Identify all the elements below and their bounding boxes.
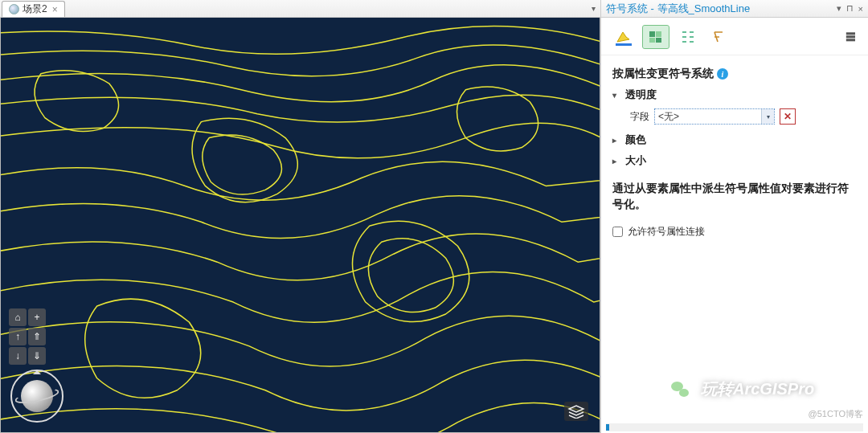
- nav-up-button[interactable]: ⇑: [28, 328, 46, 345]
- transparency-expander[interactable]: ▾ 透明度: [612, 88, 857, 102]
- compass-navigator[interactable]: [9, 368, 65, 424]
- map-3d-view[interactable]: ⌂ + ↑ ⇑ ↓ ⇓: [0, 18, 600, 433]
- primary-symbology-button[interactable]: [611, 26, 637, 48]
- basemap-button[interactable]: [564, 402, 588, 421]
- pin-icon[interactable]: ⊓: [846, 3, 854, 14]
- svg-rect-2: [649, 38, 655, 43]
- advanced-options-button[interactable]: [707, 26, 733, 48]
- menu-icon[interactable]: ━━━: [843, 29, 858, 45]
- chevron-right-icon: ▸: [612, 136, 620, 145]
- nav-north-button[interactable]: ↑: [9, 328, 27, 345]
- size-expander[interactable]: ▸ 大小: [612, 153, 857, 168]
- panel-title: 符号系统 - 等高线_SmoothLine: [606, 2, 750, 16]
- symbology-mode-toolbar: ━━━: [601, 18, 868, 55]
- chevron-down-icon: ▾: [612, 91, 620, 100]
- section-title: 按属性变更符号系统 i: [612, 67, 857, 81]
- navigation-controls: ⌂ + ↑ ⇑ ↓ ⇓: [9, 308, 65, 424]
- allow-connection-checkbox[interactable]: [612, 227, 623, 237]
- nav-south-button[interactable]: ↓: [9, 347, 27, 365]
- allow-connection-checkbox-row: 允许符号属性连接: [612, 225, 857, 239]
- panel-dropdown-icon[interactable]: ▾: [837, 3, 841, 14]
- svg-rect-0: [649, 31, 655, 37]
- color-expander[interactable]: ▸ 颜色: [612, 133, 857, 147]
- tab-dropdown-icon[interactable]: ▾: [592, 4, 596, 13]
- symbol-layers-button[interactable]: [675, 26, 701, 48]
- close-icon[interactable]: ×: [52, 4, 58, 15]
- close-icon[interactable]: ×: [858, 4, 863, 14]
- field-label: 字段: [630, 110, 649, 124]
- horizontal-scrollbar[interactable]: [606, 423, 863, 431]
- chevron-right-icon: ▸: [612, 157, 620, 165]
- nav-zoom-in-button[interactable]: +: [28, 308, 46, 326]
- nav-home-button[interactable]: ⌂: [9, 308, 27, 326]
- panel-body: 按属性变更符号系统 i ▾ 透明度 字段 <无> ▾ ✕ ▸ 颜色 ▸ 大小 通…: [601, 55, 868, 433]
- chevron-down-icon: ▾: [761, 109, 774, 124]
- checkbox-label: 允许符号属性连接: [628, 225, 705, 239]
- view-tab-bar: 场景2 × ▾: [0, 0, 600, 18]
- scene-tab[interactable]: 场景2 ×: [2, 1, 65, 17]
- description-text: 通过从要素属性中派生符号属性值对要素进行符号化。: [612, 181, 857, 214]
- expression-button[interactable]: ✕: [780, 108, 796, 125]
- field-row: 字段 <无> ▾ ✕: [630, 108, 857, 125]
- field-combobox[interactable]: <无> ▾: [654, 108, 775, 125]
- watermark-text: @51CTO博客: [809, 408, 863, 420]
- tab-label: 场景2: [23, 2, 47, 16]
- planet-icon: [21, 380, 53, 412]
- nav-down-button[interactable]: ⇓: [28, 347, 46, 365]
- symbology-panel: 符号系统 - 等高线_SmoothLine ▾ ⊓ × ━━━ 按属性变更符号系…: [600, 0, 868, 433]
- vary-by-attribute-button[interactable]: [643, 26, 669, 48]
- panel-header: 符号系统 - 等高线_SmoothLine ▾ ⊓ ×: [601, 0, 868, 18]
- info-icon[interactable]: i: [717, 68, 728, 80]
- svg-rect-3: [656, 38, 661, 43]
- svg-rect-1: [656, 31, 661, 37]
- globe-icon: [9, 4, 19, 14]
